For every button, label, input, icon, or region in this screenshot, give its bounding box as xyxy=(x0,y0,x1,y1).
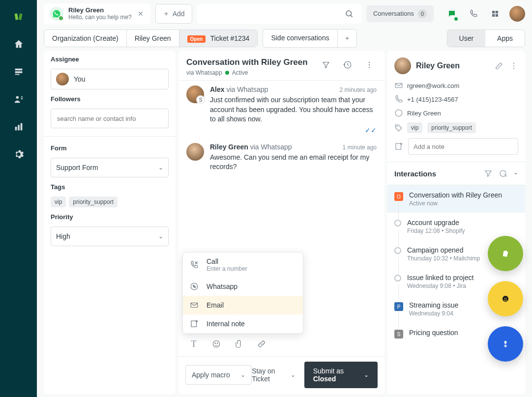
tab-side-conversations[interactable]: Side conversations xyxy=(263,29,337,47)
apply-macro-select[interactable]: Apply macro ⌄ xyxy=(185,365,252,385)
conversation-title: Conversation with Riley Green xyxy=(186,57,308,67)
timeline-dot-icon xyxy=(394,220,401,227)
breadcrumb-tabs: Organization (Create) Riley Green Open T… xyxy=(37,27,532,50)
stay-on-ticket-select[interactable]: Stay on Ticket ⌄ xyxy=(252,367,296,383)
views-icon[interactable] xyxy=(12,65,26,79)
read-receipt-icon: ✓✓ xyxy=(210,126,377,134)
channel-option-email[interactable]: Email xyxy=(183,296,303,314)
message-via: via Whatsapp xyxy=(226,85,268,93)
message-item: Riley Green via Whatsapp 1 minute ago Aw… xyxy=(186,143,377,172)
followers-input[interactable] xyxy=(51,109,169,128)
svg-point-23 xyxy=(213,340,220,347)
chevron-down-icon: ⌄ xyxy=(240,371,245,378)
interaction-type-icon: S xyxy=(394,330,403,339)
phone-icon[interactable] xyxy=(466,6,481,21)
conversation-tab[interactable]: Riley Green Hello, can you help me? ✕ xyxy=(44,3,150,24)
assignee-select[interactable]: You xyxy=(51,69,169,89)
option-title: Whatsapp xyxy=(207,283,237,290)
svg-rect-8 xyxy=(15,127,17,130)
note-icon xyxy=(394,142,403,151)
macro-label: Apply macro xyxy=(192,371,230,379)
search-icon[interactable] xyxy=(342,6,356,21)
customer-whatsapp[interactable]: Riley Green xyxy=(407,110,441,117)
whatsapp-icon xyxy=(190,282,201,291)
tab-organization[interactable]: Organization (Create) xyxy=(44,30,127,47)
svg-point-16 xyxy=(369,62,370,63)
history-icon[interactable] xyxy=(340,57,355,72)
interaction-sub: Thursday 10:32 • Mailchimp xyxy=(407,255,480,262)
svg-point-5 xyxy=(16,96,19,99)
more-icon[interactable] xyxy=(509,61,518,70)
form-select[interactable]: Support Form ⌄ xyxy=(51,158,169,177)
svg-rect-20 xyxy=(191,303,198,308)
interaction-title: Campaign opened xyxy=(407,246,480,254)
tab-customer[interactable]: Riley Green xyxy=(127,30,179,47)
integration-shopify[interactable] xyxy=(488,236,523,271)
svg-point-35 xyxy=(506,298,507,299)
chevron-down-icon[interactable]: ⌄ xyxy=(513,169,518,178)
filter-icon[interactable] xyxy=(319,57,333,72)
edit-icon[interactable] xyxy=(495,61,503,70)
channel-option-whatsapp[interactable]: Whatsapp xyxy=(183,277,303,296)
attachment-icon[interactable] xyxy=(232,337,246,351)
interaction-type-icon: O xyxy=(394,192,403,201)
integration-mailchimp[interactable] xyxy=(488,281,523,316)
conversations-button[interactable]: Conversations 0 xyxy=(366,5,434,22)
active-label: Active xyxy=(232,69,248,76)
close-icon[interactable]: ✕ xyxy=(137,10,145,18)
interaction-item[interactable]: O Conversation with Riley GreenActive no… xyxy=(387,185,525,213)
reports-icon[interactable] xyxy=(12,120,26,134)
refresh-icon[interactable] xyxy=(499,169,507,178)
message-author: Riley Green xyxy=(210,143,248,151)
home-icon[interactable] xyxy=(12,37,26,51)
svg-point-31 xyxy=(397,126,398,127)
svg-rect-13 xyxy=(496,11,498,13)
filter-icon[interactable] xyxy=(484,169,493,178)
settings-icon[interactable] xyxy=(12,147,26,161)
add-tab-button[interactable]: ＋ Add xyxy=(155,4,192,24)
interaction-title: Streaming issue xyxy=(409,301,458,309)
followers-label: Followers xyxy=(51,95,169,103)
option-title: Call xyxy=(207,257,247,265)
chevron-down-icon: ⌄ xyxy=(158,233,163,240)
customers-icon[interactable] xyxy=(12,92,26,106)
submit-prefix: Submit as xyxy=(313,367,344,375)
form-label: Form xyxy=(51,144,169,152)
channel-option-internal-note[interactable]: Internal note xyxy=(183,314,303,333)
svg-rect-0 xyxy=(14,13,18,20)
chat-icon[interactable] xyxy=(444,6,459,21)
tab-user[interactable]: User xyxy=(447,30,486,47)
chevron-down-icon: ⌄ xyxy=(291,371,296,378)
text-format-icon[interactable]: T xyxy=(186,337,201,351)
note-input[interactable] xyxy=(408,138,518,155)
current-user-avatar[interactable] xyxy=(509,6,525,22)
more-icon[interactable] xyxy=(362,57,377,72)
priority-select[interactable]: High ⌄ xyxy=(51,227,169,246)
composer-toolbar: T xyxy=(178,334,384,356)
submit-status: Closed xyxy=(313,375,336,383)
channel-option-call[interactable]: CallEnter a number xyxy=(183,253,303,277)
message-text: Awesome. Can you send me an email receip… xyxy=(210,153,377,172)
interaction-title: Pricing question xyxy=(409,329,458,337)
tab-ticket[interactable]: Open Ticket #1234 xyxy=(179,30,258,47)
interaction-type-icon: P xyxy=(394,302,403,311)
tab-apps[interactable]: Apps xyxy=(485,30,525,47)
customer-phone[interactable]: +1 (415)123-4567 xyxy=(407,96,458,103)
tags-field[interactable]: vip priority_support xyxy=(51,197,169,207)
add-side-conversation[interactable]: ＋ xyxy=(338,29,356,47)
customer-email[interactable]: rgreen@work.com xyxy=(407,82,459,89)
integration-jira[interactable] xyxy=(488,326,523,362)
apps-grid-icon[interactable] xyxy=(488,6,502,21)
interaction-sub: Wednesday 9:04 xyxy=(409,310,458,317)
svg-point-24 xyxy=(215,343,216,344)
brand-logo[interactable] xyxy=(12,10,26,24)
interaction-title: Account upgrade xyxy=(407,219,465,227)
link-icon[interactable] xyxy=(254,337,269,351)
emoji-icon[interactable] xyxy=(209,337,224,351)
tag-item: priority_support xyxy=(69,197,118,207)
option-sub: Enter a number xyxy=(207,265,247,272)
add-label: Add xyxy=(173,10,185,18)
mail-icon xyxy=(394,81,402,90)
timeline-dot-icon xyxy=(394,275,401,282)
submit-button[interactable]: Submit as Closed ⌄ xyxy=(304,362,378,388)
